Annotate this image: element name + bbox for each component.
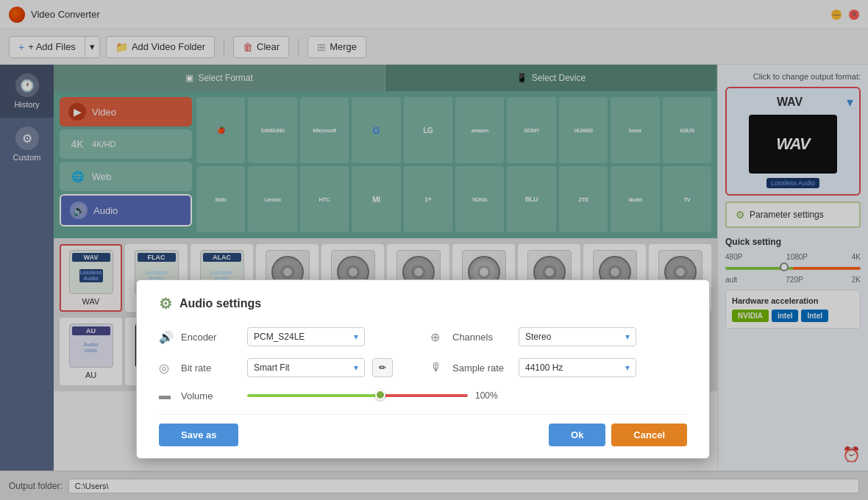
volume-icon: ▬: [159, 389, 174, 402]
channels-dropdown-arrow: ▾: [625, 332, 630, 342]
bitrate-field: ◎ Bit rate Smart Fit ▾ ✏: [159, 358, 416, 377]
volume-slider[interactable]: [247, 394, 468, 397]
dialog-row-encoder-channels: 🔊 Encoder PCM_S24LE ▾ ⊕ Channels Stereo …: [159, 327, 687, 346]
bitrate-select[interactable]: Smart Fit ▾: [247, 358, 365, 377]
samplerate-icon: 🎙: [430, 361, 445, 374]
samplerate-dropdown-arrow: ▾: [625, 362, 630, 373]
volume-row: ▬ Volume 100%: [159, 389, 687, 402]
channels-select[interactable]: Stereo ▾: [519, 327, 636, 346]
dialog-title: ⚙ Audio settings: [159, 295, 687, 312]
bitrate-edit-button[interactable]: ✏: [372, 358, 393, 377]
channels-icon: ⊕: [430, 330, 445, 344]
dialog-footer: Save as Ok Cancel: [159, 414, 687, 458]
audio-settings-icon: ⚙: [159, 295, 172, 312]
cancel-button[interactable]: Cancel: [611, 424, 687, 446]
samplerate-select[interactable]: 44100 Hz ▾: [519, 358, 636, 377]
channels-field: ⊕ Channels Stereo ▾: [430, 327, 687, 346]
ok-button[interactable]: Ok: [549, 424, 605, 446]
dialog-overlay: ⚙ Audio settings 🔊 Encoder PCM_S24LE ▾ ⊕…: [0, 0, 868, 500]
dialog-row-bitrate-samplerate: ◎ Bit rate Smart Fit ▾ ✏ 🎙 Sample rate 4…: [159, 358, 687, 377]
audio-settings-dialog: ⚙ Audio settings 🔊 Encoder PCM_S24LE ▾ ⊕…: [136, 279, 710, 459]
dialog-footer-right: Ok Cancel: [549, 424, 687, 446]
volume-slider-thumb[interactable]: [375, 390, 385, 400]
encoder-select[interactable]: PCM_S24LE ▾: [247, 327, 365, 346]
encoder-icon: 🔊: [159, 330, 174, 344]
bitrate-dropdown-arrow: ▾: [354, 362, 358, 373]
save-as-button[interactable]: Save as: [159, 424, 238, 446]
encoder-field: 🔊 Encoder PCM_S24LE ▾: [159, 327, 416, 346]
encoder-dropdown-arrow: ▾: [354, 332, 358, 342]
samplerate-field: 🎙 Sample rate 44100 Hz ▾: [430, 358, 687, 377]
bitrate-icon: ◎: [159, 361, 174, 375]
volume-percentage: 100%: [475, 390, 498, 401]
